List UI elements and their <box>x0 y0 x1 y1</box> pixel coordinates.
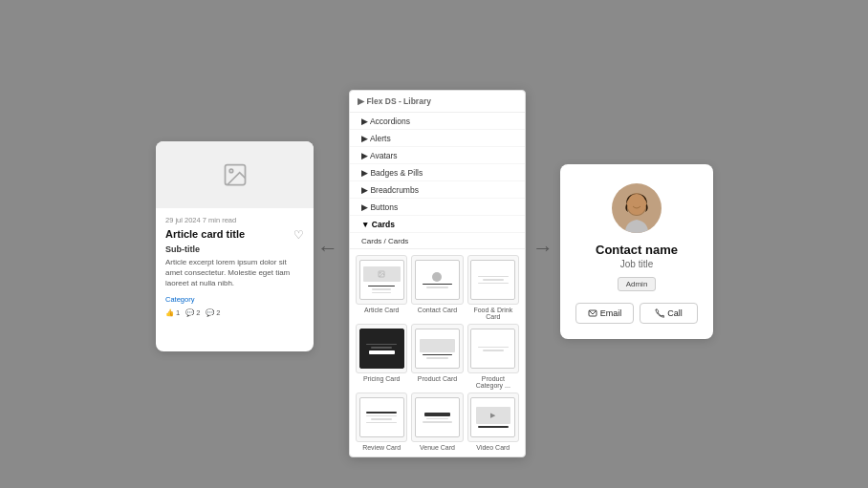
card-item-venue[interactable]: Venue Card <box>411 393 463 451</box>
contact-avatar <box>612 183 662 233</box>
breadcrumb-parent: Cards <box>361 237 381 245</box>
card-item-video[interactable]: ▶ Video Card <box>467 393 519 451</box>
contact-job-title: Job title <box>620 259 653 269</box>
article-excerpt: Article excerpt lorem ipsum dolor sit am… <box>165 257 304 289</box>
svg-point-3 <box>380 272 380 273</box>
library-title: Flex DS - Library <box>366 96 431 106</box>
nav-avatars[interactable]: ▶ Avatars <box>350 147 525 164</box>
nav-expand-icon: ▶ <box>361 134 370 143</box>
article-subtitle: Sub-title <box>165 244 304 254</box>
contact-actions: Email Call <box>575 303 698 324</box>
article-title: Article card title <box>165 228 290 240</box>
comment2-count: 2 <box>216 308 220 317</box>
nav-breadcrumbs[interactable]: ▶ Breadcrumbs <box>350 181 525 199</box>
comment1-action: 💬 2 <box>185 308 200 317</box>
article-actions: 👍 1 💬 2 💬 2 <box>165 308 304 317</box>
image-placeholder-icon <box>222 161 249 188</box>
next-arrow[interactable]: → <box>532 236 553 261</box>
share-icon: 💬 <box>206 308 214 317</box>
nav-expand-icon: ▶ <box>361 202 370 212</box>
library-breadcrumb: Cards / Cards <box>350 233 525 249</box>
nav-badges[interactable]: ▶ Badges & Pills <box>350 164 525 181</box>
cards-grid: Article Card Contact Card Fo <box>350 249 525 456</box>
contact-badge: Admin <box>618 277 657 291</box>
comment2-action: 💬 2 <box>206 308 220 317</box>
prev-arrow[interactable]: ← <box>317 236 338 261</box>
article-title-row: Article card title ♡ <box>165 228 304 242</box>
library-expand-icon[interactable]: ▶ <box>358 96 366 106</box>
likes-action: 👍 1 <box>165 308 180 317</box>
likes-count: 1 <box>176 308 180 317</box>
comment-icon: 💬 <box>185 308 194 317</box>
svg-point-5 <box>627 194 646 215</box>
article-category: Category <box>165 295 304 304</box>
contact-card: Contact name Job title Admin Email Call <box>560 164 713 339</box>
call-button[interactable]: Call <box>640 303 698 324</box>
article-card-body: 29 jul 2024 7 min read Article card titl… <box>156 208 314 325</box>
article-card-image <box>156 141 314 208</box>
article-meta: 29 jul 2024 7 min read <box>165 216 304 224</box>
thumbs-up-icon: 👍 <box>165 308 174 317</box>
article-card: 29 jul 2024 7 min read Article card titl… <box>156 141 314 351</box>
card-item-food[interactable]: Food & Drink Card <box>467 255 519 320</box>
avatar-image <box>618 191 655 233</box>
breadcrumb-child: Cards <box>388 237 408 245</box>
card-item-contact[interactable]: Contact Card <box>411 255 463 320</box>
heart-icon[interactable]: ♡ <box>293 228 304 242</box>
card-item-product[interactable]: Product Card <box>411 324 463 389</box>
card-item-review[interactable]: Review Card <box>356 393 407 451</box>
nav-expand-icon: ▶ <box>361 168 370 178</box>
nav-cards[interactable]: ▼ Cards <box>350 216 525 233</box>
nav-alerts[interactable]: ▶ Alerts <box>350 130 525 147</box>
card-item-article[interactable]: Article Card <box>356 255 407 320</box>
library-header: ▶ Flex DS - Library <box>350 91 525 113</box>
email-icon <box>588 308 597 318</box>
card-item-pricing[interactable]: Pricing Card <box>356 324 407 389</box>
comment1-count: 2 <box>196 308 200 317</box>
card-item-product-category[interactable]: Product Category ... <box>467 324 519 389</box>
nav-accordions[interactable]: ▶ Accordions <box>350 113 525 130</box>
nav-expand-icon: ▶ <box>361 185 370 195</box>
svg-point-1 <box>229 169 233 173</box>
library-panel: ▶ Flex DS - Library ▶ Accordions ▶ Alert… <box>349 90 526 457</box>
email-button[interactable]: Email <box>575 303 634 324</box>
nav-expand-icon: ▶ <box>361 151 370 160</box>
phone-icon <box>655 308 664 318</box>
nav-buttons[interactable]: ▶ Buttons <box>350 199 525 216</box>
contact-name: Contact name <box>596 243 678 257</box>
nav-expand-icon: ▶ <box>361 117 370 126</box>
nav-expand-icon: ▼ <box>361 220 372 229</box>
